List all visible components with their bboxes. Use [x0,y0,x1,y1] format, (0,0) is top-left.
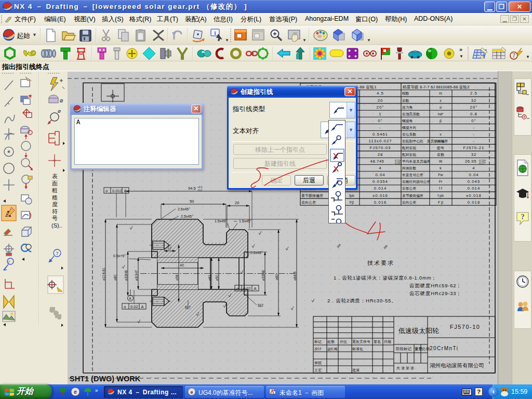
svg-text:m: m [439,91,442,95]
svg-text:⌀33H8: ⌀33H8 [124,270,128,281]
svg-text:精度等级 8-7-7 6J 6810085-88 齿轮Z: 精度等级 8-7-7 6J 6810085-88 齿轮Z [402,85,470,89]
svg-text:-: - [473,132,475,137]
svg-text:k: k [440,166,442,170]
svg-text:f pb: f pb [437,194,444,198]
svg-text:基节极限偏差: 基节极限偏差 [301,194,323,198]
svg-text:⌀104.81: ⌀104.81 [102,268,105,281]
svg-text:⌀: ⌀ [60,97,63,103]
svg-text:0.04: 0.04 [469,172,478,177]
svg-text:-0.157: -0.157 [394,162,402,165]
svg-text:FJ570-21: FJ570-21 [463,145,485,150]
svg-text:2.5: 2.5 [470,91,477,96]
svg-text:共 张 第 张: 共 张 第 张 [396,366,414,370]
svg-text:-0.177: -0.177 [478,162,486,165]
svg-text:4: 4 [379,166,381,170]
svg-text:⌀: ⌀ [58,108,61,114]
svg-text:齿向公差: 齿向公差 [301,201,316,204]
svg-text:0.0354: 0.0354 [373,179,388,184]
svg-text:阶段标记: 阶段标记 [396,347,412,351]
svg-text:-: - [473,139,475,143]
svg-text:0.018: 0.018 [468,200,481,205]
svg-text:0.014: 0.014 [374,186,387,191]
svg-text:齿数: 齿数 [437,153,445,156]
svg-text:113±0.027: 113±0.027 [368,139,392,143]
svg-text:齿顶高系数: 齿顶高系数 [402,112,420,116]
svg-text:0.6x45°: 0.6x45° [250,251,263,255]
svg-text:Fr: Fr [439,180,443,183]
svg-text:辊7: 辊7 [185,305,191,310]
svg-text:Ra: Ra [383,244,388,249]
svg-text:齿数: 齿数 [402,99,409,102]
svg-text:1: 1 [379,112,381,116]
svg-text:FJ570-10: FJ570-10 [450,324,480,330]
svg-text:低速级太阳轮: 低速级太阳轮 [398,327,439,335]
svg-text:更改文件号: 更改文件号 [352,339,370,344]
svg-text:0.02: 0.02 [130,304,138,309]
svg-text:12: 12 [167,246,171,250]
svg-text:20°: 20° [377,105,384,110]
svg-text:螺旋角: 螺旋角 [402,119,413,123]
svg-text:⌀80: ⌀80 [275,274,278,280]
svg-text:-: - [379,125,381,130]
svg-text:fpb: fpb [349,194,354,198]
svg-text:⌀84.5: ⌀84.5 [293,271,297,281]
svg-text:α: α [440,105,442,109]
svg-text:0.045: 0.045 [468,179,481,184]
svg-text:标记: 标记 [314,340,322,344]
svg-text:⌀: ⌀ [124,304,126,309]
svg-text:分区: 分区 [339,340,347,343]
svg-text:2.6x45°: 2.6x45° [178,207,190,211]
svg-text:-0.114: -0.114 [394,159,402,162]
svg-text:变位系数: 变位系数 [402,132,416,137]
svg-text:?: ? [521,213,525,221]
svg-text:±0.018: ±0.018 [466,193,482,198]
svg-text:-: - [473,125,475,130]
svg-text:26.95: 26.95 [465,159,476,164]
svg-text:湖州电动滚筒有限公司: 湖州电动滚筒有限公司 [430,362,484,368]
svg-text:20CrMnTi: 20CrMnTi [430,345,459,351]
svg-text:94.5: 94.5 [188,186,196,191]
svg-text:0.5x+5°: 0.5x+5° [113,254,126,258]
svg-text:齿向公差: 齿向公差 [402,201,416,205]
svg-text:2.5x45°: 2.5x45° [181,215,193,218]
svg-text:螺旋方向: 螺旋方向 [402,126,416,130]
svg-text:A: A [124,189,127,193]
svg-text:0.8: 0.8 [470,112,477,116]
svg-text:技术要求: 技术要求 [367,260,394,266]
svg-text:齿圈径向跳动公差: 齿圈径向跳动公差 [402,180,431,184]
svg-text:32: 32 [471,98,477,103]
svg-text:跨测齿数: 跨测齿数 [402,166,416,170]
svg-text:0.04: 0.04 [375,172,385,177]
svg-text:0.5461: 0.5461 [373,132,388,137]
svg-text:⌀56: ⌀56 [175,274,179,281]
svg-text:f f: f f [439,187,442,190]
svg-text:基节极限偏差: 基节极限偏差 [402,194,423,198]
svg-text:a±fa: a±fa [437,139,444,143]
svg-text:20°: 20° [470,105,478,110]
svg-text:Fβ: Fβ [350,201,354,205]
svg-text:7: 7 [512,53,515,59]
svg-text:⌀33H8: ⌀33H8 [261,270,265,281]
svg-text:28: 28 [378,152,383,157]
svg-text:Ra: Ra [336,243,341,248]
svg-text:e: e [191,390,193,395]
svg-text:β: β [440,119,442,123]
svg-text:⌀80: ⌀80 [113,274,117,281]
svg-text:图号: 图号 [437,146,444,150]
svg-text:平均长度及其偏差: 平均长度及其偏差 [402,159,431,164]
svg-text:4: 4 [472,166,475,170]
svg-text:1.5x45°: 1.5x45° [215,219,227,223]
svg-text:长度变动公差: 长度变动公差 [402,173,423,177]
svg-text:⌀81: ⌀81 [208,275,211,281]
svg-text:齿面硬度HRc59-62；: 齿面硬度HRc59-62； [409,283,462,288]
svg-text:±0.016: ±0.016 [373,193,388,198]
svg-text:A: A [141,304,144,309]
svg-text:签名: 签名 [374,340,381,344]
svg-text:i: i [214,30,216,36]
svg-text:e: e [74,389,77,395]
svg-text:W: W [439,159,443,163]
svg-text:40: 40 [180,263,184,267]
svg-text:FJ570-03: FJ570-03 [370,145,391,150]
svg-text:批准: 批准 [352,368,360,373]
svg-text:z: z [440,99,442,102]
